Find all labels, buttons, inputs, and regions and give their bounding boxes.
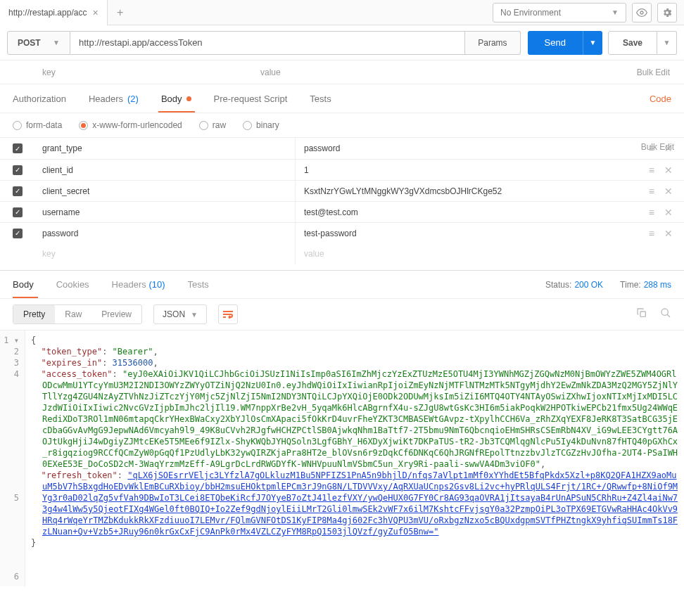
delete-icon[interactable]: ✕ — [664, 207, 673, 218]
radio-form-data[interactable]: form-data — [13, 120, 62, 130]
resp-tab-headers[interactable]: Headers (10) — [112, 279, 165, 290]
drag-handle-icon[interactable]: ≡ — [649, 186, 654, 197]
chevron-down-icon: ▼ — [53, 39, 60, 46]
body-params-table: Bulk Edit ✓grant_typepassword≡✕✓client_i… — [0, 137, 684, 264]
checkbox-icon[interactable]: ✓ — [13, 186, 23, 196]
send-button[interactable]: Send — [528, 31, 583, 55]
status-label: Status:200 OK — [545, 280, 603, 290]
param-key[interactable]: username — [35, 202, 296, 222]
tab-authorization[interactable]: Authorization — [13, 84, 66, 113]
checkbox-icon[interactable]: ✓ — [13, 229, 23, 238]
dirty-dot-icon — [186, 96, 191, 101]
param-row-empty[interactable]: key value — [0, 243, 684, 264]
param-row[interactable]: ✓usernametest@test.com≡✕ — [0, 201, 684, 222]
delete-icon[interactable]: ✕ — [664, 228, 673, 239]
tab-prerequest[interactable]: Pre-request Script — [214, 84, 288, 113]
svg-point-2 — [661, 309, 668, 315]
request-sub-tabs: Authorization Headers (2) Body Pre-reque… — [0, 84, 684, 113]
wrap-lines-button[interactable] — [218, 304, 238, 324]
drag-handle-icon[interactable]: ≡ — [649, 207, 654, 218]
save-button[interactable]: Save — [608, 31, 657, 55]
value-input[interactable]: value — [296, 249, 661, 259]
param-row[interactable]: ✓passwordtest-password≡✕ — [0, 222, 684, 243]
radio-icon — [79, 121, 88, 130]
param-row[interactable]: ✓client_id1≡✕ — [0, 159, 684, 180]
tab-tests[interactable]: Tests — [310, 84, 331, 113]
environment-select[interactable]: No Environment ▼ — [493, 3, 626, 23]
resp-tab-cookies[interactable]: Cookies — [56, 279, 89, 290]
svg-point-0 — [640, 11, 643, 14]
gear-icon[interactable] — [657, 3, 677, 23]
chevron-down-icon: ▼ — [664, 39, 671, 46]
param-value[interactable]: KsxtNzrYGwLYtMNggkWY3gVXdmcsbOJHlrCKge52 — [296, 186, 638, 196]
tab-strip: http://restapi.app/acc × + — [0, 0, 486, 25]
status-area: Status:200 OK Time:288 ms — [545, 280, 671, 290]
delete-icon[interactable]: ✕ — [664, 186, 673, 197]
param-key[interactable]: grant_type — [35, 138, 296, 159]
response-body-code[interactable]: { "token_type": "Bearer", "expires_in": … — [25, 331, 684, 586]
param-key[interactable]: client_id — [35, 160, 296, 180]
method-value: POST — [18, 38, 41, 48]
mode-raw[interactable]: Raw — [55, 305, 91, 323]
tab-body[interactable]: Body — [161, 84, 191, 113]
param-value[interactable]: 1 — [296, 165, 638, 175]
bulk-edit-link[interactable]: Bulk Edit — [641, 142, 674, 152]
value-header: value — [260, 68, 630, 77]
new-tab-button[interactable]: + — [108, 6, 133, 19]
delete-icon[interactable]: ✕ — [664, 165, 673, 176]
language-select[interactable]: JSON ▼ — [153, 304, 207, 324]
checkbox-icon[interactable]: ✓ — [13, 165, 23, 175]
send-label: Send — [545, 37, 566, 48]
param-value[interactable]: test-password — [296, 229, 638, 238]
resp-tab-tests[interactable]: Tests — [188, 279, 209, 290]
mode-preview[interactable]: Preview — [91, 305, 141, 323]
chevron-down-icon: ▼ — [191, 311, 198, 319]
url-input[interactable]: http://restapi.app/accessToken — [70, 31, 465, 55]
radio-raw[interactable]: raw — [199, 120, 226, 130]
key-input[interactable]: key — [35, 243, 296, 264]
mode-pretty[interactable]: Pretty — [13, 305, 55, 323]
save-dropdown[interactable]: ▼ — [657, 31, 677, 55]
drag-handle-icon[interactable]: ≡ — [649, 228, 654, 239]
url-params-header: key value Bulk Edit — [0, 60, 684, 84]
radio-urlencoded[interactable]: x-www-form-urlencoded — [79, 120, 182, 130]
environment-area: No Environment ▼ — [486, 0, 684, 25]
response-editor: 1 ▾23 456 { "token_type": "Bearer", "exp… — [0, 330, 684, 586]
method-select[interactable]: POST ▼ — [7, 31, 70, 55]
copy-icon[interactable] — [636, 307, 647, 321]
radio-binary[interactable]: binary — [243, 120, 279, 130]
search-icon[interactable] — [660, 307, 671, 321]
save-label: Save — [623, 38, 642, 48]
request-bar: POST ▼ http://restapi.app/accessToken Pa… — [0, 25, 684, 60]
param-row[interactable]: ✓client_secretKsxtNzrYGwLYtMNggkWY3gVXdm… — [0, 180, 684, 201]
checkbox-icon[interactable]: ✓ — [13, 207, 23, 217]
line-gutter: 1 ▾23 456 — [0, 331, 25, 586]
close-icon[interactable]: × — [92, 7, 98, 18]
radio-icon — [13, 121, 22, 130]
param-key[interactable]: password — [35, 223, 296, 243]
view-mode-segment: Pretty Raw Preview — [13, 304, 142, 324]
send-dropdown[interactable]: ▼ — [583, 31, 602, 55]
tab-headers[interactable]: Headers (2) — [89, 84, 139, 113]
param-value[interactable]: password — [296, 143, 638, 153]
url-value: http://restapi.app/accessToken — [79, 37, 203, 48]
body-type-radios: form-data x-www-form-urlencoded raw bina… — [0, 113, 684, 137]
response-tabs: Body Cookies Headers (10) Tests Status:2… — [0, 270, 684, 298]
tab-title: http://restapi.app/acc — [8, 8, 87, 18]
param-value[interactable]: test@test.com — [296, 207, 638, 217]
resp-tab-body[interactable]: Body — [13, 279, 34, 290]
bulk-edit-link[interactable]: Bulk Edit — [630, 68, 677, 77]
params-button[interactable]: Params — [465, 31, 520, 55]
checkbox-icon[interactable]: ✓ — [13, 143, 23, 153]
time-value: 288 ms — [644, 280, 671, 290]
status-value: 200 OK — [574, 280, 603, 290]
svg-rect-1 — [640, 312, 645, 316]
param-row[interactable]: ✓grant_typepassword≡✕ — [0, 138, 684, 159]
drag-handle-icon[interactable]: ≡ — [649, 165, 654, 176]
param-key[interactable]: client_secret — [35, 181, 296, 201]
eye-icon[interactable] — [632, 3, 652, 23]
environment-selected: No Environment — [500, 8, 561, 18]
code-link[interactable]: Code — [650, 94, 671, 104]
request-tab[interactable]: http://restapi.app/acc × — [0, 0, 108, 25]
key-header: key — [42, 68, 260, 77]
